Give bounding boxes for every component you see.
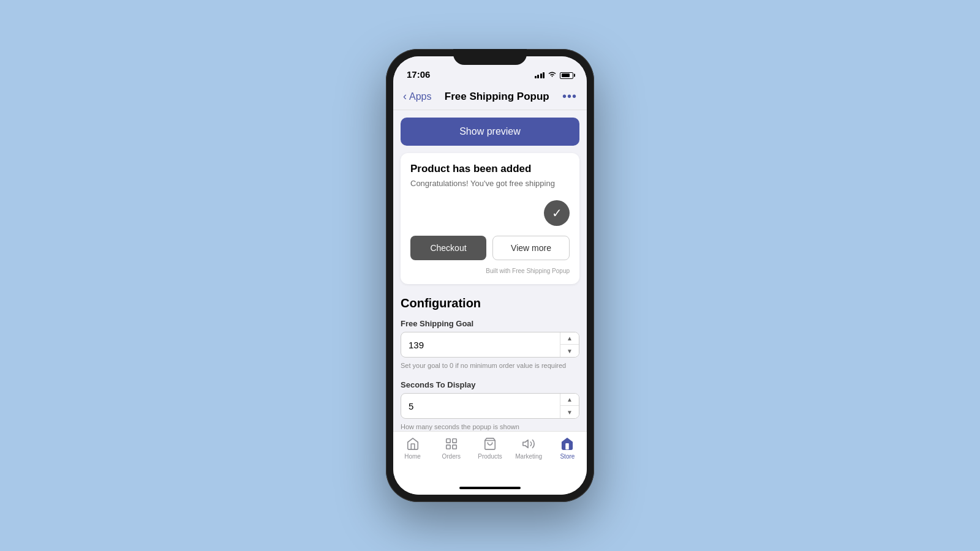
- home-icon: [405, 437, 420, 451]
- tab-products[interactable]: Products: [470, 437, 509, 460]
- status-icons: [535, 71, 574, 80]
- show-preview-button[interactable]: Show preview: [401, 118, 579, 146]
- preview-card-title: Product has been added: [410, 163, 570, 175]
- tab-home[interactable]: Home: [393, 437, 432, 460]
- tab-marketing[interactable]: Marketing: [510, 437, 548, 460]
- battery-icon: [560, 72, 573, 79]
- seconds-to-display-increment[interactable]: ▲: [560, 394, 579, 406]
- tab-store-label: Store: [560, 453, 575, 460]
- seconds-to-display-decrement[interactable]: ▼: [560, 406, 579, 418]
- scroll-content: Show preview Product has been added Cong…: [393, 110, 587, 431]
- seconds-to-display-hint: How many seconds the popup is shown: [401, 422, 579, 431]
- configuration-title: Configuration: [401, 296, 579, 310]
- tab-marketing-label: Marketing: [515, 453, 542, 460]
- svg-rect-6: [566, 443, 570, 449]
- chevron-left-icon: ‹: [403, 90, 407, 103]
- tab-home-label: Home: [404, 453, 421, 460]
- preview-actions: Checkout View more: [410, 236, 570, 260]
- free-shipping-goal-input-wrap: ▲ ▼: [401, 332, 579, 358]
- built-with-label: Built with Free Shipping Popup: [410, 268, 570, 274]
- navigation-bar: ‹ Apps Free Shipping Popup •••: [393, 83, 587, 110]
- checkmark-badge: ✓: [544, 200, 570, 226]
- free-shipping-goal-decrement[interactable]: ▼: [560, 345, 579, 357]
- more-button[interactable]: •••: [562, 89, 577, 103]
- store-icon: [560, 437, 575, 451]
- tab-bar: Home Orders: [393, 431, 587, 481]
- free-shipping-goal-increment[interactable]: ▲: [560, 332, 579, 345]
- tab-store[interactable]: Store: [548, 437, 587, 460]
- svg-rect-3: [447, 445, 450, 449]
- orders-icon: [444, 437, 459, 451]
- wifi-icon: [548, 71, 557, 80]
- phone-device: 17:06: [386, 49, 594, 502]
- svg-marker-5: [523, 440, 528, 448]
- tab-orders-label: Orders: [442, 453, 461, 460]
- tab-orders[interactable]: Orders: [432, 437, 470, 460]
- free-shipping-goal-input[interactable]: [401, 334, 560, 356]
- home-indicator-bar: [459, 487, 521, 489]
- products-icon: [483, 437, 497, 451]
- svg-rect-1: [453, 439, 456, 443]
- preview-card: Product has been added Congratulations! …: [401, 153, 579, 284]
- free-shipping-goal-stepper: ▲ ▼: [560, 332, 579, 357]
- tab-products-label: Products: [478, 453, 502, 460]
- svg-rect-0: [447, 439, 450, 443]
- view-more-button[interactable]: View more: [492, 236, 570, 260]
- marketing-icon: [521, 437, 536, 451]
- back-button[interactable]: ‹ Apps: [403, 90, 431, 103]
- seconds-to-display-stepper: ▲ ▼: [560, 394, 579, 418]
- home-indicator: [393, 481, 587, 495]
- configuration-section: Configuration Free Shipping Goal ▲ ▼ Set…: [401, 296, 579, 431]
- seconds-to-display-label: Seconds To Display: [401, 380, 579, 389]
- status-time: 17:06: [407, 69, 430, 80]
- phone-notch: [453, 49, 527, 65]
- seconds-to-display-input[interactable]: [401, 395, 560, 418]
- svg-rect-2: [453, 445, 456, 449]
- check-icon: ✓: [552, 206, 562, 220]
- signal-icon: [535, 72, 545, 78]
- page-title: Free Shipping Popup: [445, 91, 549, 103]
- checkout-button[interactable]: Checkout: [410, 236, 486, 260]
- free-shipping-goal-label: Free Shipping Goal: [401, 319, 579, 328]
- back-label: Apps: [409, 91, 431, 102]
- phone-screen: 17:06: [393, 56, 587, 495]
- free-shipping-goal-hint: Set your goal to 0 if no minimum order v…: [401, 361, 579, 370]
- preview-card-subtitle: Congratulations! You've got free shippin…: [410, 179, 570, 188]
- seconds-to-display-input-wrap: ▲ ▼: [401, 393, 579, 419]
